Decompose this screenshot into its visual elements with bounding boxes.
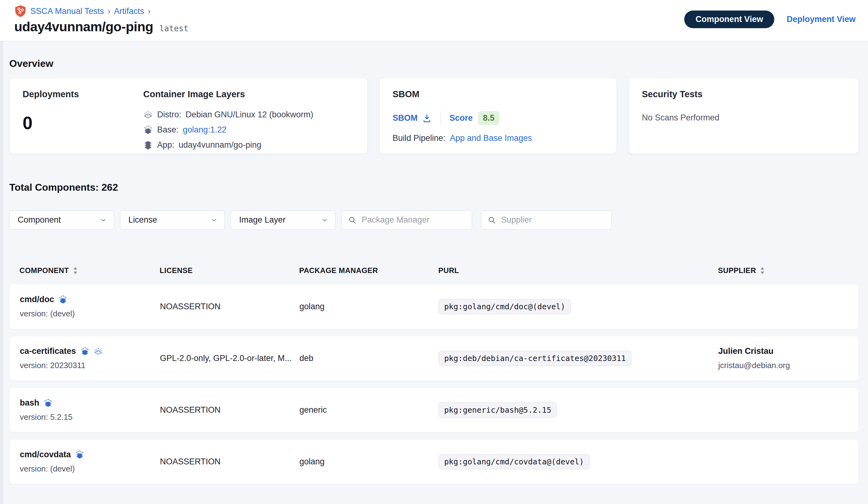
search-icon — [348, 216, 356, 224]
app-label: App: — [157, 140, 175, 150]
breadcrumb-artifacts-link[interactable]: Artifacts — [114, 7, 144, 16]
component-cell: bash version: 5.2.15 — [20, 398, 160, 422]
total-components-heading: Total Components: 262 — [9, 182, 859, 193]
sbom-title: SBOM — [393, 89, 603, 99]
component-version: version: (devel) — [20, 464, 160, 474]
components-table-header: COMPONENT LICENSE PACKAGE MANAGER PURL S… — [9, 266, 859, 275]
security-tests-card: Security Tests No Scans Performed — [629, 78, 859, 154]
app-layers-icon — [59, 295, 68, 304]
filters-bar: Component License Image Layer — [9, 211, 859, 230]
chevron-down-icon — [321, 216, 329, 224]
sort-icon[interactable] — [73, 266, 78, 275]
supplier-cell: Julien Cristau jcristau@debian.org — [718, 346, 848, 370]
artifact-tag: latest — [159, 24, 188, 33]
app-layers-icon — [80, 347, 90, 356]
purl-cell: pkg:golang/cmd/doc@(devel) — [438, 299, 718, 314]
table-row[interactable]: bash version: 5.2.15 NOASSERTION generic… — [9, 387, 859, 433]
package-manager-header-label: PACKAGE MANAGER — [299, 266, 378, 275]
download-icon — [422, 113, 432, 123]
supplier-header-label: SUPPLIER — [718, 266, 756, 275]
table-row[interactable]: ca-certificates version: 20230311 GPL-2.… — [9, 336, 859, 381]
deployments-section: Deployments 0 — [23, 89, 143, 142]
base-label: Base: — [157, 125, 178, 135]
supplier-search-input[interactable] — [500, 215, 605, 225]
component-filter-label: Component — [18, 215, 61, 225]
package-manager-search-input[interactable] — [361, 215, 466, 225]
security-tests-title: Security Tests — [642, 89, 845, 99]
build-pipeline-link[interactable]: App and Base Images — [450, 133, 532, 143]
component-view-button[interactable]: Component View — [684, 11, 774, 28]
table-row[interactable]: cmd/covdata version: (devel) NOASSERTION… — [9, 439, 859, 484]
deployments-layers-card: Deployments 0 Container Image Layers Dis… — [9, 78, 368, 154]
component-name: ca-certificates — [20, 346, 76, 356]
component-version: version: 20230311 — [20, 361, 160, 370]
image-layer-filter-dropdown[interactable]: Image Layer — [231, 211, 335, 230]
base-layer-item: Base: golang:1.22 — [143, 125, 354, 135]
deployments-count: 0 — [23, 112, 143, 133]
license-cell: NOASSERTION — [160, 405, 299, 415]
container-image-layers-section: Container Image Layers Distro: Debian GN… — [143, 89, 354, 142]
distro-layer-item: Distro: Debian GNU/Linux 12 (bookworm) — [143, 110, 354, 120]
search-icon — [487, 216, 496, 224]
license-header-label: LICENSE — [159, 266, 193, 275]
license-filter-dropdown[interactable]: License — [120, 211, 225, 230]
package-manager-cell: deb — [299, 354, 438, 363]
image-layer-filter-label: Image Layer — [239, 215, 286, 225]
purl-cell: pkg:generic/bash@5.2.15 — [438, 402, 718, 417]
security-tests-empty-message: No Scans Performed — [642, 113, 845, 123]
package-manager-cell: golang — [299, 302, 438, 311]
app-value: uday4vunnam/go-ping — [179, 140, 261, 150]
column-header-supplier[interactable]: SUPPLIER — [718, 266, 848, 275]
page-title: uday4vunnam/go-ping — [14, 20, 153, 34]
license-cell: GPL-2.0-only, GPL-2.0-or-later, M... — [160, 354, 299, 363]
purl-header-label: PURL — [438, 266, 459, 275]
layers-list: Distro: Debian GNU/Linux 12 (bookworm) B… — [143, 110, 354, 150]
breadcrumb-project-link[interactable]: SSCA Manual Tests — [30, 7, 104, 16]
app-layers-icon — [44, 399, 53, 407]
column-header-package-manager: PACKAGE MANAGER — [299, 266, 438, 275]
supplier-name: Julien Cristau — [718, 346, 848, 356]
breadcrumb-separator: › — [108, 7, 110, 16]
chevron-down-icon — [210, 216, 218, 224]
components-table-body: cmd/doc version: (devel) NOASSERTION gol… — [9, 284, 859, 484]
component-cell: cmd/covdata version: (devel) — [20, 450, 160, 474]
component-name: bash — [20, 398, 39, 408]
build-pipeline-label: Build Pipeline: — [393, 133, 445, 143]
app-layers-icon — [143, 140, 153, 150]
sbom-row: SBOM Score 8.5 — [393, 111, 603, 125]
sbom-score-badge: 8.5 — [478, 111, 499, 125]
component-cell: ca-certificates version: 20230311 — [20, 346, 160, 370]
window-edge — [0, 0, 3, 504]
view-toggle: Component View Deployment View — [684, 11, 856, 28]
chevron-down-icon — [100, 216, 107, 224]
component-name: cmd/covdata — [20, 450, 71, 460]
table-row[interactable]: cmd/doc version: (devel) NOASSERTION gol… — [9, 284, 859, 329]
purl-chip: pkg:generic/bash@5.2.15 — [438, 402, 557, 417]
ssca-shield-icon — [14, 5, 27, 17]
package-manager-cell: generic — [299, 405, 438, 415]
component-version: version: 5.2.15 — [20, 412, 160, 422]
sbom-score-label: Score — [450, 113, 473, 123]
divider — [441, 111, 441, 125]
deployment-view-link[interactable]: Deployment View — [787, 14, 856, 24]
app-layer-item: App: uday4vunnam/go-ping — [143, 140, 354, 150]
sbom-card: SBOM SBOM Score 8.5 Build Pipeline: App … — [379, 78, 617, 154]
distro-layers-dashed-icon — [143, 110, 153, 120]
base-layers-icon — [143, 125, 153, 135]
purl-cell: pkg:golang/cmd/covdata@(devel) — [438, 454, 718, 469]
purl-chip: pkg:deb/debian/ca-certificates@20230311 — [438, 351, 631, 366]
breadcrumb-separator: › — [148, 7, 150, 16]
package-manager-cell: golang — [299, 457, 438, 466]
sbom-download-link[interactable]: SBOM — [393, 113, 432, 123]
base-image-link[interactable]: golang:1.22 — [183, 125, 226, 135]
column-header-component[interactable]: COMPONENT — [20, 266, 159, 275]
supplier-email: jcristau@debian.org — [718, 361, 848, 370]
distro-value: Debian GNU/Linux 12 (bookworm) — [186, 110, 313, 120]
license-cell: NOASSERTION — [160, 302, 299, 311]
sbom-download-label: SBOM — [393, 113, 417, 123]
component-cell: cmd/doc version: (devel) — [20, 295, 160, 319]
overview-cards: Deployments 0 Container Image Layers Dis… — [9, 78, 859, 154]
sort-icon[interactable] — [760, 266, 765, 275]
component-filter-dropdown[interactable]: Component — [9, 211, 114, 230]
package-manager-search — [341, 211, 472, 230]
